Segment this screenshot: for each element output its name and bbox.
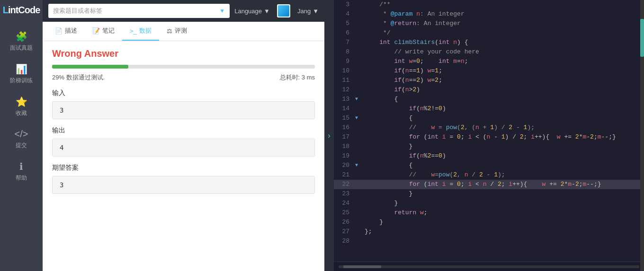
sidebar-item-training[interactable]: 📊 阶梯训练 [0,58,43,90]
tab-notes[interactable]: 📝 笔记 [85,22,122,41]
splitter-arrow-icon: › [328,131,330,140]
result-stats: 29% 数据通过测试. 总耗时: 3 ms [52,73,315,82]
code-table: 3 /**4 * @param n: An integer5 * @return… [334,0,644,246]
line-number: 12 [334,85,355,95]
user-arrow-icon: ▼ [313,8,319,15]
main-container: 搜索题目或者标签 ▼ Language ▼ Jang ▼ 📄 [43,0,644,271]
line-fold-arrow[interactable] [355,104,362,114]
line-fold-arrow[interactable] [355,123,362,132]
horizontal-scrollbar[interactable] [339,265,639,268]
tabs: 📄 描述 📝 笔记 >_ 数据 ⚖ 评测 [43,22,324,41]
user-avatar[interactable] [277,4,290,17]
line-number: 7 [334,38,355,47]
sidebar-item-submit-label: 提交 [16,141,27,149]
data-icon: >_ [130,27,137,35]
tab-describe[interactable]: 📄 描述 [47,22,85,41]
code-editor[interactable]: 3 /**4 * @param n: An integer5 * @return… [334,0,644,262]
line-fold-arrow[interactable] [355,85,362,95]
line-code: if(n==1) w=1; [362,66,644,76]
line-fold-arrow[interactable] [355,28,362,38]
left-panel: 搜索题目或者标签 ▼ Language ▼ Jang ▼ 📄 [43,0,324,271]
line-code: }; [362,227,644,236]
line-fold-arrow[interactable] [355,57,362,66]
line-fold-arrow[interactable] [355,218,362,227]
line-number: 19 [334,151,355,161]
line-fold-arrow[interactable] [355,38,362,47]
sidebar-item-submit[interactable]: </> 提交 [0,123,43,155]
sidebar-item-interview-label: 面试真题 [10,44,33,52]
line-fold-arrow[interactable] [355,19,362,28]
line-fold-arrow[interactable] [355,132,362,142]
line-fold-arrow[interactable] [355,151,362,161]
line-fold-arrow[interactable] [355,208,362,218]
output-label: 输出 [52,126,315,135]
line-fold-arrow[interactable] [355,47,362,57]
search-dropdown-arrow: ▼ [219,8,225,14]
info-icon: ℹ [19,161,23,172]
scrollbar-thumb-v [640,19,644,57]
line-fold-arrow[interactable]: ▼ [355,161,362,170]
line-number: 14 [334,104,355,114]
line-fold-arrow[interactable] [355,170,362,180]
line-code: int w=0; int m=n; [362,57,644,66]
code-panel: 3 /**4 * @param n: An integer5 * @return… [334,0,644,271]
line-code: // w = pow(2, (n + 1) / 2 - 1); [362,123,644,132]
line-code: } [362,199,644,208]
describe-icon: 📄 [55,27,63,35]
top-bar: 搜索题目或者标签 ▼ Language ▼ Jang ▼ [43,0,324,22]
language-selector[interactable]: Language ▼ [234,8,270,15]
input-label: 输入 [52,89,315,97]
line-fold-arrow[interactable] [355,66,362,76]
language-label: Language [234,8,262,15]
stats-left: 29% 数据通过测试. [52,73,105,82]
line-fold-arrow[interactable] [355,76,362,85]
sidebar-item-favorites-label: 收藏 [16,109,27,117]
sidebar-item-help[interactable]: ℹ 帮助 [0,155,43,188]
judge-icon: ⚖ [167,27,172,35]
search-box[interactable]: 搜索题目或者标签 ▼ [48,4,230,18]
line-fold-arrow[interactable] [355,9,362,19]
line-number: 15 [334,114,355,123]
tab-data[interactable]: >_ 数据 [122,22,159,41]
line-fold-arrow[interactable] [355,236,362,246]
line-number: 4 [334,9,355,19]
splitter[interactable]: › [324,0,334,271]
line-code: { [362,114,644,123]
line-fold-arrow[interactable] [355,142,362,151]
line-code: for (int i = 0; i < (n - 1) / 2; i++){ w… [362,132,644,142]
line-code: * @param n: An integer [362,9,644,19]
line-fold-arrow[interactable] [355,0,362,9]
expected-value: 3 [52,176,315,194]
tab-judge[interactable]: ⚖ 评测 [159,22,195,41]
vertical-scrollbar[interactable] [640,0,644,271]
sidebar-item-favorites[interactable]: ⭐ 收藏 [0,90,43,123]
line-fold-arrow[interactable] [355,227,362,236]
user-name[interactable]: Jang ▼ [297,8,319,15]
line-fold-arrow[interactable] [355,199,362,208]
logo: LintCode [3,5,40,16]
scrollbar-thumb [343,265,381,268]
line-fold-arrow[interactable] [355,180,362,189]
line-code: int climbStairs(int n) { [362,38,644,47]
line-number: 11 [334,76,355,85]
sidebar-item-help-label: 帮助 [16,174,27,182]
sidebar-item-training-label: 阶梯训练 [10,77,33,85]
line-number: 9 [334,57,355,66]
expected-label: 期望答案 [52,164,315,172]
line-number: 18 [334,142,355,151]
wrong-answer-title: Wrong Answer [52,48,315,59]
language-arrow-icon: ▼ [264,8,270,15]
line-fold-arrow[interactable]: ▼ [355,95,362,104]
line-code: return w; [362,208,644,218]
line-code: * @return: An integer [362,19,644,28]
sidebar-item-interview[interactable]: 🧩 面试真题 [0,25,43,58]
output-value: 4 [52,139,315,157]
line-code [362,236,644,246]
line-fold-arrow[interactable]: ▼ [355,114,362,123]
line-number: 25 [334,208,355,218]
stats-right: 总耗时: 3 ms [280,73,315,82]
line-fold-arrow[interactable] [355,189,362,199]
line-code: { [362,161,644,170]
line-number: 26 [334,218,355,227]
code-bottom-bar [334,262,644,271]
